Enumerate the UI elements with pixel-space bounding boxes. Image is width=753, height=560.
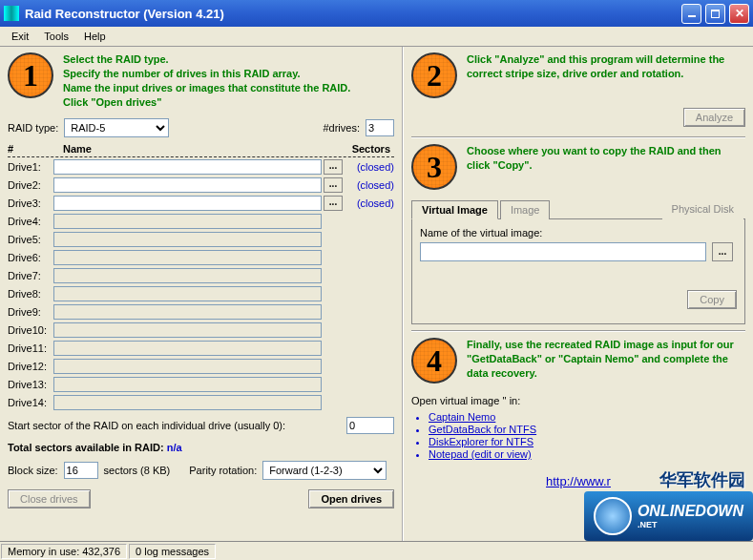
block-size-label: Block size:	[8, 465, 58, 476]
drive-path-input[interactable]	[53, 177, 322, 193]
close-button[interactable]: ✕	[729, 4, 749, 24]
drive-row: Drive3:...(closed)	[8, 194, 394, 212]
drive-label: Drive10:	[8, 324, 52, 336]
drive-label: Drive3:	[8, 197, 52, 209]
ndrives-label: #drives:	[323, 122, 360, 134]
raid-type-select[interactable]: RAID-5	[64, 118, 169, 137]
drive-label: Drive1:	[8, 161, 52, 173]
drive-label: Drive6:	[8, 252, 52, 263]
block-size-suffix: sectors (8 KB)	[104, 465, 171, 476]
drive-label: Drive11:	[8, 342, 52, 354]
close-drives-button[interactable]: Close drives	[8, 489, 91, 508]
drive-path-input	[53, 341, 322, 356]
drive-browse-button[interactable]: ...	[324, 159, 343, 175]
drive-row: Drive14:...	[8, 393, 394, 411]
step-4-text: Finally, use the recreated RAID image as…	[467, 338, 745, 384]
drive-status: (closed)	[345, 179, 394, 191]
link-captain-nemo[interactable]: Captain Nemo	[429, 411, 495, 423]
virtual-image-label: Name of the virtual image:	[420, 227, 737, 239]
copy-button[interactable]: Copy	[687, 290, 737, 309]
step-4-icon: 4	[411, 338, 457, 384]
titlebar: Raid Reconstructor (Version 4.21) ✕	[0, 0, 753, 27]
menu-help[interactable]: Help	[78, 29, 112, 44]
window-title: Raid Reconstructor (Version 4.21)	[25, 7, 681, 21]
raid-type-label: RAID type:	[8, 122, 58, 134]
open-drives-button[interactable]: Open drives	[308, 489, 394, 508]
drive-row: Drive10:...	[8, 321, 394, 339]
tab-physical-disk[interactable]: Physical Disk	[662, 200, 743, 219]
drive-path-input[interactable]	[53, 159, 322, 175]
parity-select[interactable]: Forward (1-2-3)	[262, 461, 387, 480]
drive-path-input	[53, 395, 322, 410]
drive-row: Drive6:...	[8, 248, 394, 266]
drive-path-input	[53, 377, 322, 392]
start-sector-label: Start sector of the RAID on each individ…	[8, 420, 341, 431]
maximize-button[interactable]	[705, 4, 725, 24]
drive-row: Drive1:...(closed)	[8, 157, 394, 176]
drive-label: Drive14:	[8, 397, 52, 408]
menubar: Exit Tools Help	[0, 27, 753, 47]
drive-row: Drive11:...	[8, 339, 394, 357]
drive-status: (closed)	[345, 197, 394, 209]
drive-path-input	[53, 214, 322, 229]
drive-browse-button[interactable]: ...	[324, 177, 343, 193]
status-memory: Memory in use: 432,376	[1, 544, 127, 559]
drive-row: Drive8:...	[8, 284, 394, 302]
link-getdataback[interactable]: GetDataBack for NTFS	[429, 424, 536, 435]
drive-path-input	[53, 232, 322, 247]
link-notepad[interactable]: Notepad (edit or view)	[429, 448, 532, 460]
drive-label: Drive2:	[8, 179, 52, 191]
drive-path-input[interactable]	[53, 196, 322, 211]
drive-label: Drive9:	[8, 306, 52, 318]
drive-path-input	[53, 322, 322, 338]
step-1-icon: 1	[8, 52, 53, 98]
drive-path-input	[53, 286, 322, 301]
drive-list-header: # Name Sectors	[8, 141, 394, 157]
statusbar: Memory in use: 432,376 0 log messages	[0, 541, 753, 560]
drive-label: Drive4:	[8, 216, 52, 227]
drive-browse-button[interactable]: ...	[324, 196, 343, 211]
drive-row: Drive2:...(closed)	[8, 176, 394, 194]
drive-row: Drive4:...	[8, 212, 394, 230]
step-2-text: Click "Analyze" and this program will de…	[467, 52, 745, 98]
status-log: 0 log messages	[129, 544, 216, 559]
drive-row: Drive9:...	[8, 302, 394, 321]
total-sectors-label: Total sectors available in RAID:	[8, 442, 164, 453]
drive-path-input	[53, 359, 322, 374]
drive-row: Drive12:...	[8, 357, 394, 375]
drive-path-input	[53, 304, 322, 320]
start-sector-input[interactable]	[346, 417, 394, 434]
drive-label: Drive5:	[8, 234, 52, 245]
drive-row: Drive5:...	[8, 230, 394, 248]
app-icon	[4, 6, 19, 21]
menu-tools[interactable]: Tools	[38, 29, 74, 44]
virtual-image-browse-button[interactable]: ...	[712, 242, 733, 261]
analyze-button[interactable]: Analyze	[683, 108, 745, 127]
block-size-input[interactable]	[64, 462, 98, 479]
website-link[interactable]: http://www.r	[546, 474, 611, 488]
tab-virtual-image[interactable]: Virtual Image	[411, 200, 498, 219]
virtual-image-input[interactable]	[420, 242, 706, 261]
ndrives-input[interactable]	[366, 119, 394, 136]
drive-label: Drive12:	[8, 361, 52, 372]
link-diskexplorer[interactable]: DiskExplorer for NTFS	[429, 436, 533, 447]
drive-label: Drive13:	[8, 379, 52, 390]
drive-path-input	[53, 268, 322, 283]
step-1-text: Select the RAID type. Specify the number…	[63, 52, 350, 109]
total-sectors-value: n/a	[167, 442, 182, 453]
open-in-label: Open virtual image '' in:	[411, 395, 745, 406]
step-3-text: Choose where you want to copy the RAID a…	[467, 144, 745, 190]
output-tabs: Virtual Image Image Physical Disk	[411, 199, 745, 219]
menu-exit[interactable]: Exit	[6, 29, 34, 44]
minimize-button[interactable]	[681, 4, 701, 24]
drive-label: Drive7:	[8, 270, 52, 281]
parity-label: Parity rotation:	[189, 465, 257, 476]
drive-row: Drive13:...	[8, 375, 394, 393]
drive-status: (closed)	[345, 161, 394, 173]
step-2-icon: 2	[411, 52, 457, 98]
tab-image[interactable]: Image	[500, 200, 551, 219]
drive-list: Drive1:...(closed)Drive2:...(closed)Driv…	[8, 157, 394, 411]
drive-path-input	[53, 250, 322, 265]
drive-label: Drive8:	[8, 288, 52, 300]
drive-row: Drive7:...	[8, 266, 394, 284]
